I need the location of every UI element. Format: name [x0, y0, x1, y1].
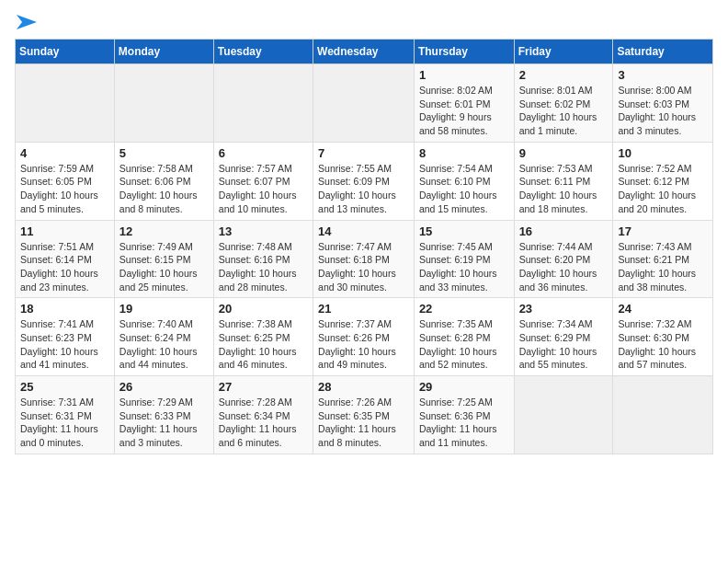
- calendar-cell: 1Sunrise: 8:02 AMSunset: 6:01 PMDaylight…: [414, 64, 514, 143]
- day-info: Sunrise: 7:52 AMSunset: 6:12 PMDaylight:…: [618, 162, 708, 216]
- day-info: Sunrise: 7:28 AMSunset: 6:34 PMDaylight:…: [219, 396, 308, 450]
- day-number: 20: [219, 302, 308, 316]
- day-number: 29: [419, 380, 509, 394]
- calendar-cell: 14Sunrise: 7:47 AMSunset: 6:18 PMDayligh…: [313, 220, 415, 298]
- day-info: Sunrise: 8:02 AMSunset: 6:01 PMDaylight:…: [419, 84, 509, 138]
- calendar-header: SundayMondayTuesdayWednesdayThursdayFrid…: [16, 40, 713, 64]
- day-info: Sunrise: 7:26 AMSunset: 6:35 PMDaylight:…: [318, 396, 409, 450]
- calendar-week-3: 11Sunrise: 7:51 AMSunset: 6:14 PMDayligh…: [16, 220, 713, 298]
- day-number: 10: [618, 146, 708, 160]
- day-number: 25: [20, 380, 109, 394]
- calendar-cell: 15Sunrise: 7:45 AMSunset: 6:19 PMDayligh…: [414, 220, 514, 298]
- calendar-cell: 2Sunrise: 8:01 AMSunset: 6:02 PMDaylight…: [514, 64, 613, 143]
- calendar-cell: 9Sunrise: 7:53 AMSunset: 6:11 PMDaylight…: [514, 142, 613, 220]
- calendar-cell: 12Sunrise: 7:49 AMSunset: 6:15 PMDayligh…: [114, 220, 213, 298]
- calendar-cell: 8Sunrise: 7:54 AMSunset: 6:10 PMDaylight…: [414, 142, 514, 220]
- calendar-cell: 27Sunrise: 7:28 AMSunset: 6:34 PMDayligh…: [213, 376, 313, 454]
- day-number: 5: [119, 146, 209, 160]
- calendar-table: SundayMondayTuesdayWednesdayThursdayFrid…: [15, 39, 713, 454]
- calendar-cell: 23Sunrise: 7:34 AMSunset: 6:29 PMDayligh…: [514, 298, 613, 376]
- day-info: Sunrise: 7:35 AMSunset: 6:28 PMDaylight:…: [419, 317, 509, 372]
- calendar-cell: 20Sunrise: 7:38 AMSunset: 6:25 PMDayligh…: [213, 298, 313, 376]
- day-info: Sunrise: 7:51 AMSunset: 6:14 PMDaylight:…: [20, 240, 109, 294]
- day-info: Sunrise: 7:47 AMSunset: 6:18 PMDaylight:…: [318, 240, 409, 294]
- day-number: 28: [318, 380, 409, 394]
- day-info: Sunrise: 7:59 AMSunset: 6:05 PMDaylight:…: [20, 162, 109, 216]
- calendar-cell: 26Sunrise: 7:29 AMSunset: 6:33 PMDayligh…: [114, 376, 213, 454]
- calendar-cell: 21Sunrise: 7:37 AMSunset: 6:26 PMDayligh…: [313, 298, 415, 376]
- calendar-cell: 24Sunrise: 7:32 AMSunset: 6:30 PMDayligh…: [613, 298, 713, 376]
- day-info: Sunrise: 7:55 AMSunset: 6:09 PMDaylight:…: [318, 162, 409, 216]
- header-row: SundayMondayTuesdayWednesdayThursdayFrid…: [16, 40, 713, 64]
- calendar-cell: 7Sunrise: 7:55 AMSunset: 6:09 PMDaylight…: [313, 142, 415, 220]
- logo: [15, 15, 37, 29]
- day-info: Sunrise: 7:44 AMSunset: 6:20 PMDaylight:…: [519, 240, 609, 294]
- column-header-saturday: Saturday: [613, 40, 713, 64]
- column-header-friday: Friday: [514, 40, 613, 64]
- svg-marker-0: [17, 15, 37, 29]
- day-info: Sunrise: 7:40 AMSunset: 6:24 PMDaylight:…: [119, 317, 209, 372]
- calendar-cell: [613, 376, 713, 454]
- day-info: Sunrise: 7:43 AMSunset: 6:21 PMDaylight:…: [618, 240, 708, 294]
- day-number: 26: [119, 380, 209, 394]
- day-info: Sunrise: 7:41 AMSunset: 6:23 PMDaylight:…: [20, 317, 109, 372]
- calendar-cell: 25Sunrise: 7:31 AMSunset: 6:31 PMDayligh…: [16, 376, 115, 454]
- day-number: 12: [119, 224, 209, 238]
- day-number: 17: [618, 224, 708, 238]
- day-info: Sunrise: 7:54 AMSunset: 6:10 PMDaylight:…: [419, 162, 509, 216]
- page-header: [15, 15, 713, 29]
- day-number: 16: [519, 224, 609, 238]
- day-number: 15: [419, 224, 509, 238]
- day-number: 24: [618, 302, 708, 316]
- day-number: 18: [20, 302, 109, 316]
- day-info: Sunrise: 7:38 AMSunset: 6:25 PMDaylight:…: [219, 317, 308, 372]
- calendar-week-4: 18Sunrise: 7:41 AMSunset: 6:23 PMDayligh…: [16, 298, 713, 376]
- logo-arrow-icon: [17, 15, 37, 29]
- day-info: Sunrise: 7:31 AMSunset: 6:31 PMDaylight:…: [20, 396, 109, 450]
- column-header-tuesday: Tuesday: [213, 40, 313, 64]
- day-number: 3: [618, 68, 708, 82]
- calendar-cell: 16Sunrise: 7:44 AMSunset: 6:20 PMDayligh…: [514, 220, 613, 298]
- calendar-cell: 5Sunrise: 7:58 AMSunset: 6:06 PMDaylight…: [114, 142, 213, 220]
- calendar-cell: 19Sunrise: 7:40 AMSunset: 6:24 PMDayligh…: [114, 298, 213, 376]
- calendar-week-5: 25Sunrise: 7:31 AMSunset: 6:31 PMDayligh…: [16, 376, 713, 454]
- day-info: Sunrise: 8:00 AMSunset: 6:03 PMDaylight:…: [618, 84, 708, 138]
- calendar-cell: 4Sunrise: 7:59 AMSunset: 6:05 PMDaylight…: [16, 142, 115, 220]
- day-info: Sunrise: 7:49 AMSunset: 6:15 PMDaylight:…: [119, 240, 209, 294]
- day-info: Sunrise: 7:48 AMSunset: 6:16 PMDaylight:…: [219, 240, 308, 294]
- day-number: 21: [318, 302, 409, 316]
- calendar-cell: [114, 64, 213, 143]
- column-header-sunday: Sunday: [16, 40, 115, 64]
- day-info: Sunrise: 7:58 AMSunset: 6:06 PMDaylight:…: [119, 162, 209, 216]
- day-number: 8: [419, 146, 509, 160]
- calendar-cell: [16, 64, 115, 143]
- day-info: Sunrise: 7:29 AMSunset: 6:33 PMDaylight:…: [119, 396, 209, 450]
- calendar-body: 1Sunrise: 8:02 AMSunset: 6:01 PMDaylight…: [16, 64, 713, 454]
- calendar-cell: 10Sunrise: 7:52 AMSunset: 6:12 PMDayligh…: [613, 142, 713, 220]
- day-number: 1: [419, 68, 509, 82]
- calendar-week-2: 4Sunrise: 7:59 AMSunset: 6:05 PMDaylight…: [16, 142, 713, 220]
- calendar-cell: 28Sunrise: 7:26 AMSunset: 6:35 PMDayligh…: [313, 376, 415, 454]
- day-number: 27: [219, 380, 308, 394]
- column-header-monday: Monday: [114, 40, 213, 64]
- day-info: Sunrise: 7:25 AMSunset: 6:36 PMDaylight:…: [419, 396, 509, 450]
- day-info: Sunrise: 7:45 AMSunset: 6:19 PMDaylight:…: [419, 240, 509, 294]
- day-number: 4: [20, 146, 109, 160]
- day-number: 11: [20, 224, 109, 238]
- day-number: 19: [119, 302, 209, 316]
- column-header-thursday: Thursday: [414, 40, 514, 64]
- day-number: 6: [219, 146, 308, 160]
- calendar-cell: 3Sunrise: 8:00 AMSunset: 6:03 PMDaylight…: [613, 64, 713, 143]
- day-number: 2: [519, 68, 609, 82]
- calendar-cell: 29Sunrise: 7:25 AMSunset: 6:36 PMDayligh…: [414, 376, 514, 454]
- day-number: 13: [219, 224, 308, 238]
- day-info: Sunrise: 7:53 AMSunset: 6:11 PMDaylight:…: [519, 162, 609, 216]
- day-info: Sunrise: 7:32 AMSunset: 6:30 PMDaylight:…: [618, 317, 708, 372]
- day-number: 9: [519, 146, 609, 160]
- column-header-wednesday: Wednesday: [313, 40, 415, 64]
- calendar-cell: 18Sunrise: 7:41 AMSunset: 6:23 PMDayligh…: [16, 298, 115, 376]
- day-number: 22: [419, 302, 509, 316]
- day-number: 7: [318, 146, 409, 160]
- day-number: 14: [318, 224, 409, 238]
- calendar-cell: 6Sunrise: 7:57 AMSunset: 6:07 PMDaylight…: [213, 142, 313, 220]
